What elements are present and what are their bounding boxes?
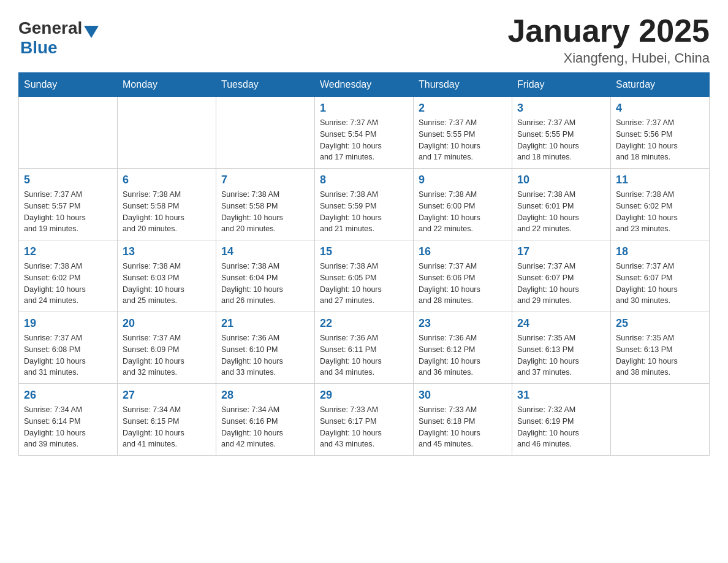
calendar-cell: 29Sunrise: 7:33 AM Sunset: 6:17 PM Dayli… — [315, 384, 414, 456]
day-number: 15 — [320, 245, 408, 258]
day-info: Sunrise: 7:38 AM Sunset: 6:03 PM Dayligh… — [123, 261, 211, 307]
day-info: Sunrise: 7:38 AM Sunset: 6:05 PM Dayligh… — [320, 261, 408, 307]
day-number: 14 — [221, 245, 309, 258]
calendar-cell: 20Sunrise: 7:37 AM Sunset: 6:09 PM Dayli… — [118, 312, 216, 384]
calendar-cell: 6Sunrise: 7:38 AM Sunset: 5:58 PM Daylig… — [118, 169, 216, 240]
calendar-cell: 18Sunrise: 7:37 AM Sunset: 6:07 PM Dayli… — [611, 240, 710, 312]
day-info: Sunrise: 7:37 AM Sunset: 5:57 PM Dayligh… — [24, 189, 112, 235]
calendar-subtitle: Xiangfeng, Hubei, China — [507, 50, 710, 66]
calendar-cell: 14Sunrise: 7:38 AM Sunset: 6:04 PM Dayli… — [216, 240, 315, 312]
day-info: Sunrise: 7:37 AM Sunset: 6:07 PM Dayligh… — [517, 261, 605, 307]
day-info: Sunrise: 7:34 AM Sunset: 6:14 PM Dayligh… — [24, 404, 112, 450]
day-info: Sunrise: 7:37 AM Sunset: 6:09 PM Dayligh… — [123, 332, 211, 378]
day-info: Sunrise: 7:37 AM Sunset: 6:07 PM Dayligh… — [616, 261, 704, 307]
day-number: 18 — [616, 245, 704, 258]
day-header-thursday: Thursday — [414, 73, 512, 97]
day-number: 28 — [221, 389, 309, 402]
day-number: 12 — [24, 245, 112, 258]
day-number: 21 — [221, 317, 309, 330]
day-header-monday: Monday — [118, 73, 216, 97]
week-row-4: 19Sunrise: 7:37 AM Sunset: 6:08 PM Dayli… — [19, 312, 710, 384]
calendar-cell — [19, 97, 118, 169]
day-number: 20 — [123, 317, 211, 330]
calendar-cell: 1Sunrise: 7:37 AM Sunset: 5:54 PM Daylig… — [315, 97, 414, 169]
day-info: Sunrise: 7:36 AM Sunset: 6:10 PM Dayligh… — [221, 332, 309, 378]
day-info: Sunrise: 7:33 AM Sunset: 6:17 PM Dayligh… — [320, 404, 408, 450]
calendar-cell: 30Sunrise: 7:33 AM Sunset: 6:18 PM Dayli… — [414, 384, 512, 456]
day-info: Sunrise: 7:37 AM Sunset: 5:55 PM Dayligh… — [419, 117, 507, 163]
day-number: 23 — [419, 317, 507, 330]
calendar-cell: 7Sunrise: 7:38 AM Sunset: 5:58 PM Daylig… — [216, 169, 315, 240]
logo-triangle-icon — [84, 26, 99, 38]
day-info: Sunrise: 7:36 AM Sunset: 6:11 PM Dayligh… — [320, 332, 408, 378]
calendar-cell: 2Sunrise: 7:37 AM Sunset: 5:55 PM Daylig… — [414, 97, 512, 169]
days-header-row: SundayMondayTuesdayWednesdayThursdayFrid… — [19, 73, 710, 97]
day-number: 26 — [24, 389, 112, 402]
day-info: Sunrise: 7:36 AM Sunset: 6:12 PM Dayligh… — [419, 332, 507, 378]
day-number: 4 — [616, 102, 704, 115]
calendar-cell: 26Sunrise: 7:34 AM Sunset: 6:14 PM Dayli… — [19, 384, 118, 456]
day-info: Sunrise: 7:38 AM Sunset: 6:00 PM Dayligh… — [419, 189, 507, 235]
day-info: Sunrise: 7:38 AM Sunset: 6:04 PM Dayligh… — [221, 261, 309, 307]
calendar-cell: 3Sunrise: 7:37 AM Sunset: 5:55 PM Daylig… — [512, 97, 611, 169]
week-row-5: 26Sunrise: 7:34 AM Sunset: 6:14 PM Dayli… — [19, 384, 710, 456]
day-info: Sunrise: 7:34 AM Sunset: 6:15 PM Dayligh… — [123, 404, 211, 450]
day-info: Sunrise: 7:35 AM Sunset: 6:13 PM Dayligh… — [517, 332, 605, 378]
day-number: 27 — [123, 389, 211, 402]
calendar-cell: 21Sunrise: 7:36 AM Sunset: 6:10 PM Dayli… — [216, 312, 315, 384]
day-info: Sunrise: 7:38 AM Sunset: 5:58 PM Dayligh… — [221, 189, 309, 235]
day-number: 8 — [320, 174, 408, 186]
day-header-wednesday: Wednesday — [315, 73, 414, 97]
day-number: 5 — [24, 174, 112, 186]
logo: General Blue — [18, 18, 99, 58]
day-number: 31 — [517, 389, 605, 402]
calendar-cell: 19Sunrise: 7:37 AM Sunset: 6:08 PM Dayli… — [19, 312, 118, 384]
week-row-3: 12Sunrise: 7:38 AM Sunset: 6:02 PM Dayli… — [19, 240, 710, 312]
day-number: 17 — [517, 245, 605, 258]
day-header-tuesday: Tuesday — [216, 73, 315, 97]
day-info: Sunrise: 7:38 AM Sunset: 6:02 PM Dayligh… — [24, 261, 112, 307]
calendar-cell: 22Sunrise: 7:36 AM Sunset: 6:11 PM Dayli… — [315, 312, 414, 384]
day-info: Sunrise: 7:32 AM Sunset: 6:19 PM Dayligh… — [517, 404, 605, 450]
day-number: 7 — [221, 174, 309, 186]
day-number: 11 — [616, 174, 704, 186]
calendar-cell: 5Sunrise: 7:37 AM Sunset: 5:57 PM Daylig… — [19, 169, 118, 240]
day-number: 2 — [419, 102, 507, 115]
day-number: 29 — [320, 389, 408, 402]
day-info: Sunrise: 7:37 AM Sunset: 5:55 PM Dayligh… — [517, 117, 605, 163]
calendar-cell: 11Sunrise: 7:38 AM Sunset: 6:02 PM Dayli… — [611, 169, 710, 240]
day-info: Sunrise: 7:34 AM Sunset: 6:16 PM Dayligh… — [221, 404, 309, 450]
day-number: 24 — [517, 317, 605, 330]
day-number: 10 — [517, 174, 605, 186]
logo-blue-text: Blue — [20, 38, 58, 58]
calendar-cell: 16Sunrise: 7:37 AM Sunset: 6:06 PM Dayli… — [414, 240, 512, 312]
calendar-cell: 15Sunrise: 7:38 AM Sunset: 6:05 PM Dayli… — [315, 240, 414, 312]
day-info: Sunrise: 7:38 AM Sunset: 5:58 PM Dayligh… — [123, 189, 211, 235]
day-number: 1 — [320, 102, 408, 115]
day-info: Sunrise: 7:38 AM Sunset: 5:59 PM Dayligh… — [320, 189, 408, 235]
calendar-cell: 25Sunrise: 7:35 AM Sunset: 6:13 PM Dayli… — [611, 312, 710, 384]
title-section: January 2025 Xiangfeng, Hubei, China — [507, 12, 710, 66]
day-info: Sunrise: 7:37 AM Sunset: 5:56 PM Dayligh… — [616, 117, 704, 163]
day-header-friday: Friday — [512, 73, 611, 97]
calendar-cell — [611, 384, 710, 456]
day-number: 25 — [616, 317, 704, 330]
day-info: Sunrise: 7:37 AM Sunset: 6:06 PM Dayligh… — [419, 261, 507, 307]
day-number: 16 — [419, 245, 507, 258]
calendar-cell: 27Sunrise: 7:34 AM Sunset: 6:15 PM Dayli… — [118, 384, 216, 456]
day-number: 22 — [320, 317, 408, 330]
day-number: 30 — [419, 389, 507, 402]
day-number: 9 — [419, 174, 507, 186]
calendar-cell: 24Sunrise: 7:35 AM Sunset: 6:13 PM Dayli… — [512, 312, 611, 384]
calendar-title: January 2025 — [507, 12, 710, 49]
week-row-1: 1Sunrise: 7:37 AM Sunset: 5:54 PM Daylig… — [19, 97, 710, 169]
day-number: 13 — [123, 245, 211, 258]
calendar-cell — [118, 97, 216, 169]
calendar-cell: 9Sunrise: 7:38 AM Sunset: 6:00 PM Daylig… — [414, 169, 512, 240]
calendar-cell: 4Sunrise: 7:37 AM Sunset: 5:56 PM Daylig… — [611, 97, 710, 169]
day-header-sunday: Sunday — [19, 73, 118, 97]
day-number: 6 — [123, 174, 211, 186]
logo-general-text: General — [18, 18, 82, 38]
calendar-cell: 28Sunrise: 7:34 AM Sunset: 6:16 PM Dayli… — [216, 384, 315, 456]
calendar-cell: 31Sunrise: 7:32 AM Sunset: 6:19 PM Dayli… — [512, 384, 611, 456]
